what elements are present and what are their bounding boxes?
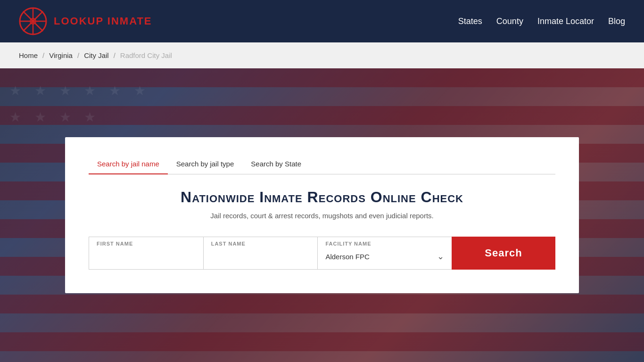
search-button[interactable]: Search bbox=[452, 237, 555, 270]
breadcrumb-sep-3: / bbox=[114, 51, 116, 59]
breadcrumb-sep-2: / bbox=[77, 51, 79, 59]
first-name-label: FIRST NAME bbox=[97, 241, 196, 247]
breadcrumb: Home / Virginia / City Jail / Radford Ci… bbox=[0, 42, 644, 68]
logo[interactable]: LOOKUP INMATE bbox=[19, 7, 152, 35]
facility-select-inner: Alderson FPC ⌄ bbox=[325, 249, 444, 262]
chevron-down-icon: ⌄ bbox=[437, 251, 444, 262]
nav-inmate-locator[interactable]: Inmate Locator bbox=[537, 16, 594, 26]
logo-text: LOOKUP INMATE bbox=[54, 15, 152, 27]
first-name-field: FIRST NAME bbox=[89, 237, 203, 270]
breadcrumb-city-jail[interactable]: City Jail bbox=[84, 51, 109, 59]
search-card: Search by jail name Search by jail type … bbox=[65, 137, 579, 293]
navbar: LOOKUP INMATE States County Inmate Locat… bbox=[0, 0, 644, 42]
nav-links: States County Inmate Locator Blog bbox=[458, 16, 625, 26]
logo-icon bbox=[19, 7, 47, 35]
nav-county[interactable]: County bbox=[496, 16, 523, 26]
facility-select[interactable]: FACILITY NAME Alderson FPC ⌄ bbox=[317, 237, 452, 270]
last-name-field: LAST NAME bbox=[203, 237, 318, 270]
facility-label: FACILITY NAME bbox=[325, 241, 444, 247]
facility-value: Alderson FPC bbox=[325, 253, 369, 261]
hero: Search by jail name Search by jail type … bbox=[0, 68, 644, 362]
search-tabs: Search by jail name Search by jail type … bbox=[89, 156, 555, 174]
search-fields: FIRST NAME LAST NAME FACILITY NAME Alder… bbox=[89, 237, 555, 270]
breadcrumb-virginia[interactable]: Virginia bbox=[49, 51, 73, 59]
last-name-label: LAST NAME bbox=[211, 241, 310, 247]
nav-states[interactable]: States bbox=[458, 16, 482, 26]
breadcrumb-home[interactable]: Home bbox=[19, 51, 38, 59]
card-title: Nationwide Inmate Records Online Check bbox=[89, 189, 555, 206]
card-subtitle: Jail records, court & arrest records, mu… bbox=[89, 212, 555, 220]
tab-jail-type[interactable]: Search by jail type bbox=[168, 156, 243, 174]
tab-state[interactable]: Search by State bbox=[242, 156, 310, 174]
tab-jail-name[interactable]: Search by jail name bbox=[89, 156, 168, 174]
first-name-input[interactable] bbox=[97, 249, 196, 257]
breadcrumb-current: Radford City Jail bbox=[120, 51, 172, 59]
nav-blog[interactable]: Blog bbox=[608, 16, 625, 26]
last-name-input[interactable] bbox=[211, 249, 310, 257]
breadcrumb-sep-1: / bbox=[42, 51, 44, 59]
